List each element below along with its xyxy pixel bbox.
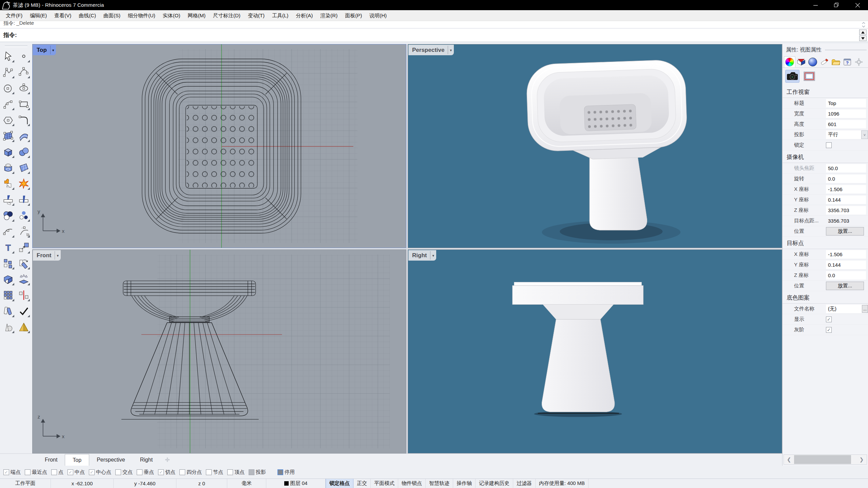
- checkbox[interactable]: [3, 469, 9, 475]
- menu-item-d[interactable]: 尺寸标注(D): [209, 10, 244, 21]
- solid-union-tool[interactable]: [1, 272, 16, 287]
- checkbox[interactable]: [137, 469, 142, 475]
- check-tool[interactable]: [16, 304, 31, 319]
- prop-value-input[interactable]: -1.506: [826, 185, 866, 194]
- osnap-toggle[interactable]: 中点: [67, 469, 85, 475]
- prop-value-input[interactable]: Top: [826, 99, 866, 107]
- osnap-toggle[interactable]: 交点: [115, 469, 133, 475]
- viewport-tab-right[interactable]: Right: [133, 454, 160, 465]
- checkbox[interactable]: [67, 469, 73, 475]
- revolve-tool[interactable]: [1, 160, 16, 175]
- layer-button[interactable]: 图层 04: [266, 479, 326, 488]
- arc-tool[interactable]: [1, 97, 16, 111]
- chevron-down-icon[interactable]: ˅: [861, 130, 868, 139]
- camera-icon[interactable]: [785, 70, 799, 83]
- plus-icon[interactable]: [165, 457, 170, 462]
- prop-value-input[interactable]: 601: [826, 120, 866, 128]
- osnap-toggle[interactable]: 四分点: [179, 469, 202, 475]
- layers-icon[interactable]: [795, 56, 807, 67]
- scrollbar-thumb[interactable]: [794, 455, 851, 464]
- folder-icon[interactable]: [830, 56, 842, 67]
- command-history[interactable]: 指令: _Delete: [0, 21, 868, 28]
- polygon-tool[interactable]: [1, 113, 16, 127]
- box-tool[interactable]: [1, 144, 16, 159]
- menu-item-s[interactable]: 曲面(S): [100, 10, 124, 21]
- patch-tool[interactable]: [16, 160, 31, 175]
- menu-item-r[interactable]: 渲染(R): [316, 10, 341, 21]
- help-icon[interactable]: ?: [842, 56, 853, 67]
- osnap-toggle[interactable]: 投影: [249, 469, 266, 475]
- prop-value-input[interactable]: 1096: [826, 109, 866, 118]
- viewport-tab-perspective[interactable]: Perspective: [89, 454, 133, 465]
- menu-item-v[interactable]: 查看(V): [51, 10, 75, 21]
- status-toggle-off[interactable]: 记录建构历史: [476, 479, 513, 488]
- checkbox[interactable]: [227, 469, 233, 475]
- osnap-toggle[interactable]: 最近点: [25, 469, 47, 475]
- handle-tool[interactable]: [16, 224, 31, 239]
- prop-value-input[interactable]: 0.144: [826, 196, 866, 204]
- osnap-toggle[interactable]: 点: [51, 469, 63, 475]
- scale-tool[interactable]: [16, 240, 31, 255]
- status-toggle-on[interactable]: 锁定格点: [326, 479, 353, 488]
- x-coordinate[interactable]: x -62.100: [51, 479, 114, 488]
- circle-tool[interactable]: [1, 81, 16, 96]
- browse-button[interactable]: ...: [862, 305, 868, 313]
- scroll-right-icon[interactable]: ❯: [856, 456, 867, 463]
- explode-tool[interactable]: [16, 176, 31, 191]
- minimize-button[interactable]: [805, 0, 826, 10]
- curve-tool[interactable]: [16, 65, 31, 80]
- text-tool[interactable]: T: [1, 240, 16, 255]
- select-tool[interactable]: [1, 49, 16, 64]
- checkbox[interactable]: [158, 469, 164, 475]
- viewport-label-top[interactable]: Top ▾: [33, 45, 56, 55]
- pyramid-tool[interactable]: [16, 320, 31, 334]
- restore-button[interactable]: [826, 0, 847, 10]
- menu-item-u[interactable]: 细分物件(U): [124, 10, 159, 21]
- panel-horizontal-scrollbar[interactable]: ❮ ❯: [784, 454, 867, 465]
- viewport-perspective[interactable]: Perspective ▾: [408, 44, 782, 248]
- primitives-tool[interactable]: [1, 320, 16, 334]
- viewport-menu-arrow-icon[interactable]: ▾: [432, 253, 434, 258]
- edit-point-tool[interactable]: [1, 224, 16, 239]
- split-tool[interactable]: [16, 192, 31, 207]
- status-toggle-off[interactable]: 操作轴: [453, 479, 476, 488]
- surface-3pt-tool[interactable]: [1, 128, 16, 143]
- paint-tube-icon[interactable]: [818, 56, 830, 67]
- wallpaper-frame-icon[interactable]: [802, 70, 816, 83]
- units-button[interactable]: 毫米: [227, 479, 266, 488]
- cplane-button[interactable]: 工作平面: [0, 479, 51, 488]
- status-toggle-off[interactable]: 平面模式: [371, 479, 398, 488]
- viewport-label-perspective[interactable]: Perspective ▾: [408, 45, 454, 55]
- rotate-tool[interactable]: [16, 256, 31, 271]
- prop-value-input[interactable]: -1.506: [826, 250, 866, 259]
- status-toggle-off[interactable]: 物件锁点: [398, 479, 426, 488]
- surface-curved-tool[interactable]: [16, 128, 31, 143]
- spinner-down-button[interactable]: [859, 36, 867, 41]
- place-button[interactable]: 放置...: [826, 227, 864, 236]
- top-viewport-canvas[interactable]: y x: [33, 44, 406, 248]
- prop-value-input[interactable]: 0.144: [826, 261, 866, 269]
- checkbox[interactable]: [179, 469, 185, 475]
- checkbox[interactable]: [249, 469, 254, 475]
- osnap-toggle[interactable]: 顶点: [227, 469, 245, 475]
- fillet-tool[interactable]: [16, 113, 31, 127]
- projection-select[interactable]: 平行: [826, 130, 866, 139]
- trim-tool[interactable]: [1, 192, 16, 207]
- checkbox[interactable]: [826, 142, 832, 148]
- join-tool[interactable]: [1, 176, 16, 191]
- scroll-left-icon[interactable]: ❮: [784, 456, 794, 463]
- checkbox[interactable]: [25, 469, 31, 475]
- menu-item-p[interactable]: 面板(P): [341, 10, 366, 21]
- z-coordinate[interactable]: z 0: [176, 479, 227, 488]
- close-button[interactable]: [847, 0, 868, 10]
- prop-value-input[interactable]: 50.0: [826, 164, 866, 172]
- viewport-tab-front[interactable]: Front: [37, 454, 65, 465]
- checkbox[interactable]: [206, 469, 212, 475]
- osnap-toggle[interactable]: 中心点: [89, 469, 111, 475]
- ellipse-tool[interactable]: [16, 81, 31, 96]
- status-toggle-off[interactable]: 正交: [353, 479, 371, 488]
- viewport-right[interactable]: Right ▾: [408, 249, 782, 453]
- menu-item-t[interactable]: 变动(T): [244, 10, 268, 21]
- menu-item-f[interactable]: 文件(F): [2, 10, 26, 21]
- viewport-menu-arrow-icon[interactable]: ▾: [57, 253, 59, 258]
